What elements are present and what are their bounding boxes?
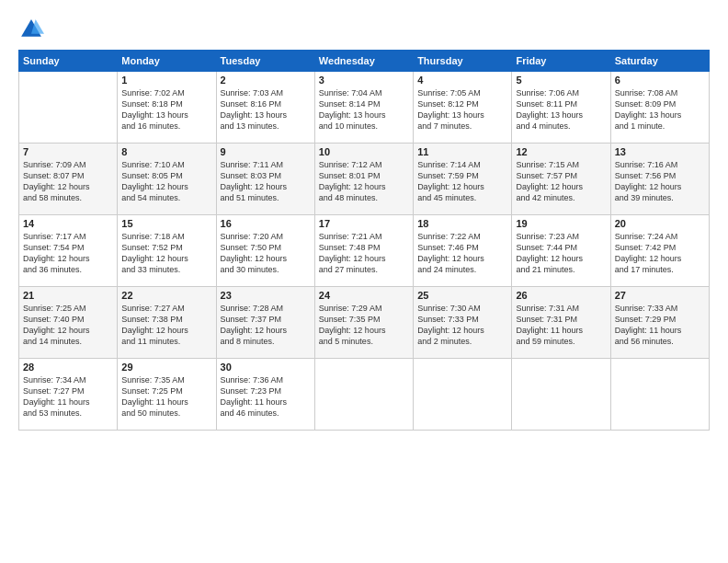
day-number: 23 xyxy=(221,290,311,301)
day-info: Sunrise: 7:14 AM Sunset: 7:59 PM Dayligh… xyxy=(417,159,507,204)
calendar-table: SundayMondayTuesdayWednesdayThursdayFrid… xyxy=(18,50,710,431)
day-info: Sunrise: 7:02 AM Sunset: 8:18 PM Dayligh… xyxy=(121,87,211,132)
calendar-header-row: SundayMondayTuesdayWednesdayThursdayFrid… xyxy=(19,51,710,72)
calendar-cell: 27Sunrise: 7:33 AM Sunset: 7:29 PM Dayli… xyxy=(610,287,709,359)
calendar-cell: 7Sunrise: 7:09 AM Sunset: 8:07 PM Daylig… xyxy=(19,144,118,215)
calendar-cell xyxy=(19,72,118,144)
calendar-cell: 11Sunrise: 7:14 AM Sunset: 7:59 PM Dayli… xyxy=(414,144,512,215)
calendar-cell: 28Sunrise: 7:34 AM Sunset: 7:27 PM Dayli… xyxy=(19,359,118,431)
day-info: Sunrise: 7:12 AM Sunset: 8:01 PM Dayligh… xyxy=(319,159,409,204)
calendar-cell: 29Sunrise: 7:35 AM Sunset: 7:25 PM Dayli… xyxy=(118,359,216,431)
calendar-header-sunday: Sunday xyxy=(19,51,118,72)
calendar-header-friday: Friday xyxy=(512,51,610,72)
calendar-cell: 5Sunrise: 7:06 AM Sunset: 8:11 PM Daylig… xyxy=(512,72,610,144)
day-info: Sunrise: 7:29 AM Sunset: 7:35 PM Dayligh… xyxy=(319,303,409,348)
day-info: Sunrise: 7:16 AM Sunset: 7:56 PM Dayligh… xyxy=(615,159,705,204)
calendar-cell xyxy=(512,359,610,431)
calendar-cell: 20Sunrise: 7:24 AM Sunset: 7:42 PM Dayli… xyxy=(610,215,709,287)
day-info: Sunrise: 7:23 AM Sunset: 7:44 PM Dayligh… xyxy=(516,231,606,276)
day-info: Sunrise: 7:03 AM Sunset: 8:16 PM Dayligh… xyxy=(221,87,311,132)
day-number: 28 xyxy=(23,362,113,373)
day-number: 16 xyxy=(221,218,311,229)
day-info: Sunrise: 7:17 AM Sunset: 7:54 PM Dayligh… xyxy=(23,231,113,276)
day-number: 21 xyxy=(23,290,113,301)
calendar-cell: 21Sunrise: 7:25 AM Sunset: 7:40 PM Dayli… xyxy=(19,287,118,359)
calendar-cell: 10Sunrise: 7:12 AM Sunset: 8:01 PM Dayli… xyxy=(314,144,413,215)
day-number: 11 xyxy=(417,146,507,157)
day-number: 4 xyxy=(417,75,507,86)
day-number: 18 xyxy=(417,218,507,229)
day-number: 6 xyxy=(615,75,705,86)
calendar-cell: 2Sunrise: 7:03 AM Sunset: 8:16 PM Daylig… xyxy=(216,72,314,144)
logo-icon xyxy=(18,17,44,42)
day-number: 20 xyxy=(615,218,705,229)
day-number: 17 xyxy=(319,218,409,229)
day-info: Sunrise: 7:36 AM Sunset: 7:23 PM Dayligh… xyxy=(221,374,311,419)
day-number: 15 xyxy=(121,218,211,229)
day-number: 8 xyxy=(121,146,211,157)
day-info: Sunrise: 7:18 AM Sunset: 7:52 PM Dayligh… xyxy=(121,231,211,276)
calendar-cell: 16Sunrise: 7:20 AM Sunset: 7:50 PM Dayli… xyxy=(216,215,314,287)
day-info: Sunrise: 7:10 AM Sunset: 8:05 PM Dayligh… xyxy=(121,159,211,204)
day-info: Sunrise: 7:20 AM Sunset: 7:50 PM Dayligh… xyxy=(221,231,311,276)
calendar-header-wednesday: Wednesday xyxy=(314,51,413,72)
calendar-week-5: 28Sunrise: 7:34 AM Sunset: 7:27 PM Dayli… xyxy=(19,359,710,431)
day-info: Sunrise: 7:25 AM Sunset: 7:40 PM Dayligh… xyxy=(23,303,113,348)
day-info: Sunrise: 7:05 AM Sunset: 8:12 PM Dayligh… xyxy=(417,87,507,132)
header xyxy=(18,17,710,42)
calendar-cell xyxy=(610,359,709,431)
calendar-cell: 4Sunrise: 7:05 AM Sunset: 8:12 PM Daylig… xyxy=(414,72,512,144)
calendar-page: SundayMondayTuesdayWednesdayThursdayFrid… xyxy=(0,0,728,563)
calendar-cell xyxy=(314,359,413,431)
logo xyxy=(18,17,48,42)
day-info: Sunrise: 7:08 AM Sunset: 8:09 PM Dayligh… xyxy=(615,87,705,132)
calendar-cell: 25Sunrise: 7:30 AM Sunset: 7:33 PM Dayli… xyxy=(414,287,512,359)
calendar-week-4: 21Sunrise: 7:25 AM Sunset: 7:40 PM Dayli… xyxy=(19,287,710,359)
calendar-cell: 8Sunrise: 7:10 AM Sunset: 8:05 PM Daylig… xyxy=(118,144,216,215)
day-info: Sunrise: 7:27 AM Sunset: 7:38 PM Dayligh… xyxy=(121,303,211,348)
calendar-header-saturday: Saturday xyxy=(610,51,709,72)
calendar-cell: 6Sunrise: 7:08 AM Sunset: 8:09 PM Daylig… xyxy=(610,72,709,144)
day-number: 22 xyxy=(121,290,211,301)
day-number: 19 xyxy=(516,218,606,229)
day-number: 10 xyxy=(319,146,409,157)
calendar-cell: 14Sunrise: 7:17 AM Sunset: 7:54 PM Dayli… xyxy=(19,215,118,287)
day-number: 12 xyxy=(516,146,606,157)
day-info: Sunrise: 7:30 AM Sunset: 7:33 PM Dayligh… xyxy=(417,303,507,348)
calendar-cell: 15Sunrise: 7:18 AM Sunset: 7:52 PM Dayli… xyxy=(118,215,216,287)
calendar-cell: 1Sunrise: 7:02 AM Sunset: 8:18 PM Daylig… xyxy=(118,72,216,144)
calendar-cell: 19Sunrise: 7:23 AM Sunset: 7:44 PM Dayli… xyxy=(512,215,610,287)
calendar-cell: 24Sunrise: 7:29 AM Sunset: 7:35 PM Dayli… xyxy=(314,287,413,359)
day-number: 27 xyxy=(615,290,705,301)
calendar-cell: 30Sunrise: 7:36 AM Sunset: 7:23 PM Dayli… xyxy=(216,359,314,431)
calendar-week-1: 1Sunrise: 7:02 AM Sunset: 8:18 PM Daylig… xyxy=(19,72,710,144)
day-info: Sunrise: 7:06 AM Sunset: 8:11 PM Dayligh… xyxy=(516,87,606,132)
day-info: Sunrise: 7:24 AM Sunset: 7:42 PM Dayligh… xyxy=(615,231,705,276)
day-number: 7 xyxy=(23,146,113,157)
day-number: 30 xyxy=(221,362,311,373)
day-number: 24 xyxy=(319,290,409,301)
day-info: Sunrise: 7:11 AM Sunset: 8:03 PM Dayligh… xyxy=(221,159,311,204)
day-number: 25 xyxy=(417,290,507,301)
day-info: Sunrise: 7:31 AM Sunset: 7:31 PM Dayligh… xyxy=(516,303,606,348)
day-info: Sunrise: 7:35 AM Sunset: 7:25 PM Dayligh… xyxy=(121,374,211,419)
calendar-cell: 13Sunrise: 7:16 AM Sunset: 7:56 PM Dayli… xyxy=(610,144,709,215)
day-info: Sunrise: 7:34 AM Sunset: 7:27 PM Dayligh… xyxy=(23,374,113,419)
day-number: 1 xyxy=(121,75,211,86)
calendar-cell xyxy=(414,359,512,431)
calendar-header-tuesday: Tuesday xyxy=(216,51,314,72)
day-number: 2 xyxy=(221,75,311,86)
day-number: 9 xyxy=(221,146,311,157)
calendar-header-monday: Monday xyxy=(118,51,216,72)
day-number: 3 xyxy=(319,75,409,86)
calendar-header-thursday: Thursday xyxy=(414,51,512,72)
day-info: Sunrise: 7:21 AM Sunset: 7:48 PM Dayligh… xyxy=(319,231,409,276)
calendar-cell: 3Sunrise: 7:04 AM Sunset: 8:14 PM Daylig… xyxy=(314,72,413,144)
calendar-cell: 17Sunrise: 7:21 AM Sunset: 7:48 PM Dayli… xyxy=(314,215,413,287)
day-number: 14 xyxy=(23,218,113,229)
day-number: 13 xyxy=(615,146,705,157)
day-number: 26 xyxy=(516,290,606,301)
day-info: Sunrise: 7:04 AM Sunset: 8:14 PM Dayligh… xyxy=(319,87,409,132)
calendar-cell: 23Sunrise: 7:28 AM Sunset: 7:37 PM Dayli… xyxy=(216,287,314,359)
calendar-cell: 12Sunrise: 7:15 AM Sunset: 7:57 PM Dayli… xyxy=(512,144,610,215)
